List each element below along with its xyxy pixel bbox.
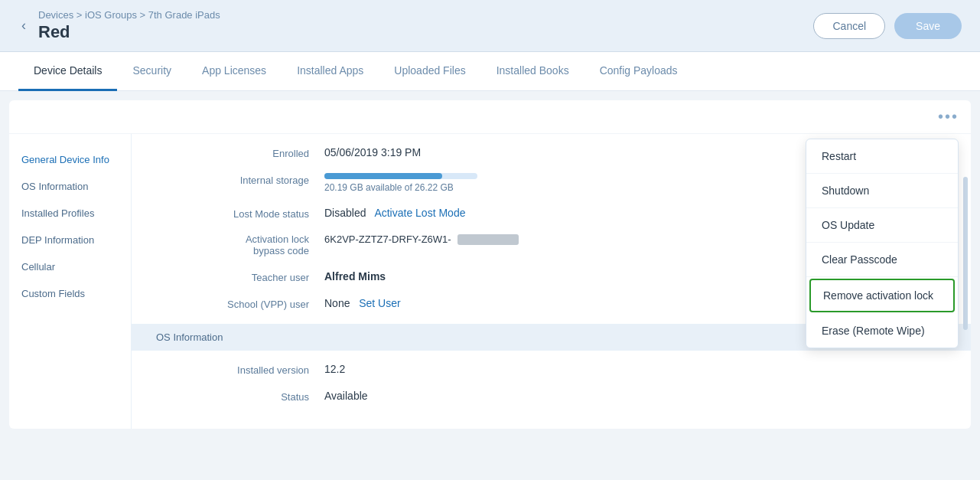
sidebar-item-custom-fields[interactable]: Custom Fields xyxy=(9,280,131,307)
page-title: Red xyxy=(38,22,220,42)
sidebar-item-os-info[interactable]: OS Information xyxy=(9,173,131,200)
school-vpp-value: None Set User xyxy=(324,297,401,309)
header-left: ‹ Devices > iOS Groups > 7th Grade iPads… xyxy=(18,9,220,42)
scrollbar[interactable] xyxy=(963,177,968,330)
enrolled-value: 05/06/2019 3:19 PM xyxy=(324,146,421,158)
dropdown-item-clear-passcode[interactable]: Clear Passcode xyxy=(806,243,958,277)
activation-lock-code: 6K2VP-ZZTZ7-DRFY-Z6W1- xyxy=(324,233,451,245)
storage-label: Internal storage xyxy=(156,173,324,186)
breadcrumb: Devices > iOS Groups > 7th Grade iPads xyxy=(38,9,220,21)
sidebar-item-general[interactable]: General Device Info xyxy=(9,146,131,173)
installed-version-value: 12.2 xyxy=(324,363,345,375)
teacher-user-label: Teacher user xyxy=(156,270,324,283)
activation-lock-blur xyxy=(457,234,519,245)
dropdown-menu: Restart Shutdown OS Update Clear Passcod… xyxy=(806,139,959,348)
status-label: Status xyxy=(156,390,324,403)
header: ‹ Devices > iOS Groups > 7th Grade iPads… xyxy=(0,0,980,52)
installed-version-label: Installed version xyxy=(156,363,324,376)
tab-installed-books[interactable]: Installed Books xyxy=(481,52,584,91)
installed-version-row: Installed version 12.2 xyxy=(156,363,946,376)
back-button[interactable]: ‹ xyxy=(18,15,29,37)
storage-text: 20.19 GB available of 26.22 GB xyxy=(324,182,477,193)
status-value: Available xyxy=(324,390,368,402)
teacher-user-value: Alfred Mims xyxy=(324,270,386,282)
enrolled-label: Enrolled xyxy=(156,146,324,159)
header-actions: Cancel Save xyxy=(813,13,962,39)
sidebar-item-cellular[interactable]: Cellular xyxy=(9,253,131,280)
tab-uploaded-files[interactable]: Uploaded Files xyxy=(379,52,480,91)
storage-bar-fill xyxy=(324,173,442,179)
dropdown-item-os-update[interactable]: OS Update xyxy=(806,208,958,243)
lost-mode-label: Lost Mode status xyxy=(156,207,324,220)
dropdown-item-shutdown[interactable]: Shutdown xyxy=(806,174,958,208)
activation-lock-label: Activation lockbypass code xyxy=(156,233,324,256)
storage-value: 20.19 GB available of 26.22 GB xyxy=(324,173,477,193)
status-row: Status Available xyxy=(156,390,946,403)
set-user-link[interactable]: Set User xyxy=(359,297,400,309)
toolbar: ••• xyxy=(9,100,971,134)
save-button[interactable]: Save xyxy=(894,13,962,39)
header-title-group: Devices > iOS Groups > 7th Grade iPads R… xyxy=(38,9,220,42)
activate-lost-mode-link[interactable]: Activate Lost Mode xyxy=(374,207,465,219)
tab-device-details[interactable]: Device Details xyxy=(18,52,117,91)
tab-bar: Device Details Security App Licenses Ins… xyxy=(0,52,980,91)
tab-security[interactable]: Security xyxy=(117,52,187,91)
tab-installed-apps[interactable]: Installed Apps xyxy=(282,52,379,91)
lost-mode-value: Disabled Activate Lost Mode xyxy=(324,207,465,219)
dropdown-item-restart[interactable]: Restart xyxy=(806,139,958,174)
sidebar: General Device Info OS Information Insta… xyxy=(9,134,132,429)
storage-bar-container xyxy=(324,173,477,179)
main-content: ••• General Device Info OS Information I… xyxy=(9,100,971,429)
tab-app-licenses[interactable]: App Licenses xyxy=(187,52,282,91)
more-actions-button[interactable]: ••• xyxy=(938,108,959,126)
sidebar-item-installed-profiles[interactable]: Installed Profiles xyxy=(9,200,131,227)
cancel-button[interactable]: Cancel xyxy=(813,13,885,39)
sidebar-item-dep-info[interactable]: DEP Information xyxy=(9,227,131,253)
dropdown-item-erase-remote-wipe[interactable]: Erase (Remote Wipe) xyxy=(806,314,958,348)
dropdown-item-remove-activation-lock[interactable]: Remove activation lock xyxy=(809,279,955,312)
school-vpp-label: School (VPP) user xyxy=(156,297,324,310)
tab-config-payloads[interactable]: Config Payloads xyxy=(584,52,693,91)
activation-lock-value: 6K2VP-ZZTZ7-DRFY-Z6W1- xyxy=(324,233,519,245)
